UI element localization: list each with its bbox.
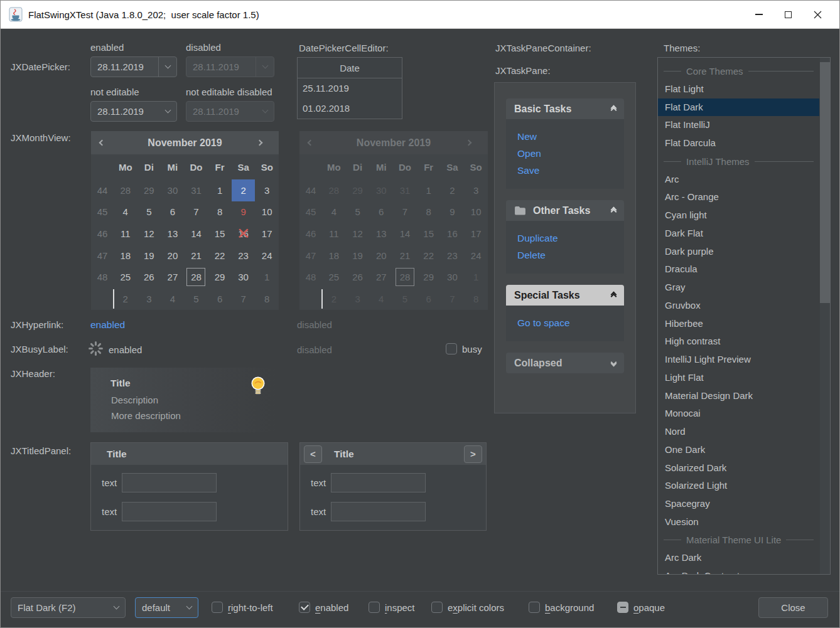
calendar-day[interactable]: 29 xyxy=(346,179,370,201)
calendar-day[interactable]: 16× xyxy=(232,223,256,245)
calendar-day[interactable]: 5 xyxy=(393,288,417,310)
theme-item[interactable]: Dark purple xyxy=(658,243,819,261)
theme-item[interactable]: Gruvbox xyxy=(658,297,819,315)
calendar-day[interactable]: 3 xyxy=(255,179,279,201)
calendar-day[interactable]: 29 xyxy=(208,266,232,288)
theme-item[interactable]: IntelliJ Light Preview xyxy=(658,351,819,369)
calendar-prev-button[interactable] xyxy=(100,141,112,145)
checkbox-box[interactable] xyxy=(529,602,540,613)
checkbox-busy[interactable]: busy xyxy=(446,343,482,354)
calendar-day[interactable]: 21 xyxy=(393,245,417,267)
calendar-day[interactable]: 30 xyxy=(441,266,465,288)
calendar-day[interactable]: 4 xyxy=(322,201,346,223)
task-link[interactable]: New xyxy=(517,128,613,145)
theme-item[interactable]: Light Flat xyxy=(658,369,819,387)
calendar-day[interactable]: 20 xyxy=(369,245,393,267)
scrollbar-thumb[interactable] xyxy=(820,62,830,303)
calendar-day[interactable]: 29 xyxy=(417,266,441,288)
theme-item[interactable]: Flat IntelliJ xyxy=(658,116,819,134)
task-pane-header[interactable]: Other Tasks xyxy=(506,200,624,221)
chevron-down-icon[interactable] xyxy=(159,110,176,112)
calendar-day[interactable]: 26 xyxy=(346,266,370,288)
table-row[interactable]: 01.02.2018 xyxy=(298,98,402,119)
calendar-day[interactable]: 17 xyxy=(464,223,488,245)
chevron-down-icon[interactable] xyxy=(107,607,125,609)
theme-item[interactable]: Arc xyxy=(658,171,819,189)
task-link[interactable]: Duplicate xyxy=(517,230,613,247)
calendar-day[interactable]: 23 xyxy=(232,245,256,267)
calendar-day[interactable]: 2 xyxy=(232,179,256,201)
theme-item[interactable]: Material Design Dark xyxy=(658,387,819,405)
calendar-day[interactable]: 11 xyxy=(322,223,346,245)
checkbox-box[interactable] xyxy=(299,602,310,613)
theme-item[interactable]: Gray xyxy=(658,279,819,297)
theme-item[interactable]: Arc - Orange xyxy=(658,188,819,206)
calendar-day[interactable]: 12 xyxy=(137,223,161,245)
calendar-day[interactable]: 9 xyxy=(232,201,256,223)
theme-item[interactable]: Vuesion xyxy=(658,513,819,531)
hyperlink-enabled[interactable]: enabled xyxy=(90,319,125,331)
checkbox-box[interactable] xyxy=(617,602,628,613)
calendar-day[interactable]: 22 xyxy=(417,245,441,267)
task-pane-header[interactable]: Basic Tasks xyxy=(506,98,624,119)
calendar-day[interactable]: 10 xyxy=(464,201,488,223)
theme-item[interactable]: One Dark xyxy=(658,441,819,459)
task-link[interactable]: Open xyxy=(517,145,613,162)
calendar-prev-button[interactable] xyxy=(308,141,321,145)
style-combo[interactable]: default xyxy=(135,597,198,618)
calendar-day[interactable]: 8 xyxy=(208,201,232,223)
calendar-next-button[interactable] xyxy=(466,141,479,145)
theme-item[interactable]: High contrast xyxy=(658,333,819,351)
calendar-day[interactable]: 6 xyxy=(161,201,185,223)
theme-item[interactable]: Flat Darcula xyxy=(658,134,819,152)
calendar-day[interactable]: 1 xyxy=(208,179,232,201)
calendar-day[interactable]: 24 xyxy=(464,245,488,267)
calendar-day[interactable]: 3 xyxy=(137,288,161,310)
calendar-day[interactable]: 31 xyxy=(393,179,417,201)
text-field[interactable] xyxy=(122,473,217,492)
calendar-day[interactable]: 15 xyxy=(208,223,232,245)
calendar-day[interactable]: 5 xyxy=(185,288,208,310)
calendar-day[interactable]: 26 xyxy=(137,266,161,288)
calendar-day[interactable]: 1 xyxy=(255,266,279,288)
checkbox-box[interactable] xyxy=(431,602,443,613)
calendar-day[interactable]: 16 xyxy=(441,223,465,245)
calendar-day[interactable]: 3 xyxy=(346,288,370,310)
minimize-button[interactable] xyxy=(744,1,773,28)
calendar-day[interactable]: 25 xyxy=(322,266,346,288)
task-link[interactable]: Go to space xyxy=(517,314,613,331)
theme-item[interactable]: Dark Flat xyxy=(658,225,819,243)
calendar-day[interactable]: 6 xyxy=(369,201,393,223)
table-row[interactable]: 25.11.2019 xyxy=(298,78,402,98)
task-pane-header[interactable]: Collapsed xyxy=(506,353,624,373)
calendar-day[interactable]: 4 xyxy=(161,288,185,310)
checkbox-box[interactable] xyxy=(446,343,457,354)
calendar-day[interactable]: 13 xyxy=(161,223,185,245)
theme-item[interactable]: Nord xyxy=(658,423,819,441)
calendar-day[interactable]: 30 xyxy=(232,266,256,288)
checkbox-enabled[interactable]: enabled xyxy=(299,602,348,613)
calendar-day[interactable]: 27 xyxy=(161,266,185,288)
calendar-day[interactable]: 23 xyxy=(441,245,465,267)
calendar-day[interactable]: 28 xyxy=(322,179,346,201)
calendar-day[interactable]: 4 xyxy=(369,288,393,310)
calendar-day[interactable]: 24 xyxy=(255,245,279,267)
theme-item[interactable]: Cyan light xyxy=(658,206,819,225)
theme-combo[interactable]: Flat Dark (F2) xyxy=(11,597,126,618)
calendar-day[interactable]: 7 xyxy=(232,288,256,310)
calendar-day[interactable]: 27 xyxy=(369,266,393,288)
checkbox-opaque[interactable]: opaque xyxy=(617,602,665,613)
calendar-day[interactable]: 3 xyxy=(464,179,488,201)
checkbox-background[interactable]: background xyxy=(529,602,594,613)
calendar-day[interactable]: 2 xyxy=(322,288,346,310)
text-field[interactable] xyxy=(331,473,426,492)
calendar-day[interactable]: 30 xyxy=(369,179,393,201)
checkbox-explicit-colors[interactable]: explicit colors xyxy=(431,602,504,613)
calendar-day[interactable]: 8 xyxy=(255,288,279,310)
calendar-day[interactable]: 18 xyxy=(114,245,137,267)
calendar-day[interactable]: 30 xyxy=(161,179,185,201)
theme-item[interactable]: Arc Dark xyxy=(658,549,819,567)
titled-panel-prev-button[interactable]: < xyxy=(304,445,322,463)
task-link[interactable]: Delete xyxy=(517,247,613,263)
chevron-down-icon[interactable] xyxy=(180,607,198,609)
